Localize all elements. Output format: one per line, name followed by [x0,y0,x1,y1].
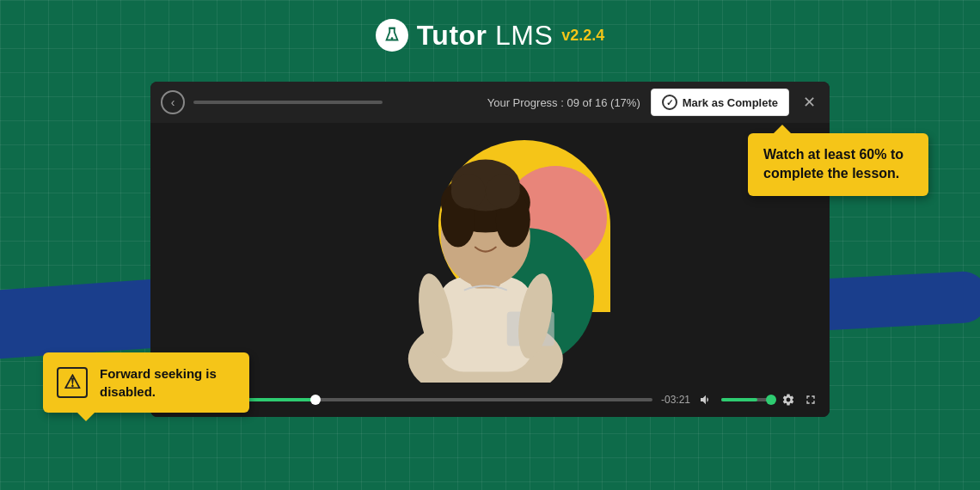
header: Tutor LMS v2.2.4 [0,0,980,52]
logo-icon [376,19,408,52]
svg-point-10 [486,175,520,209]
volume-bar[interactable] [721,398,773,401]
close-button[interactable]: ✕ [799,89,819,115]
check-circle-icon: ✓ [662,95,677,110]
forward-seeking-tooltip: ⚠ Forward seeking is disabled. [43,352,249,413]
watch-percentage-tooltip: Watch at least 60% to complete the lesso… [748,133,928,196]
seek-bar[interactable] [185,398,652,401]
player-controls: ⏸ -03:21 [150,383,830,417]
mark-complete-button[interactable]: ✓ Mark as Complete [651,89,789,116]
volume-knob [766,395,776,405]
volume-button[interactable] [699,393,713,407]
svg-point-9 [451,175,486,209]
logo-version: v2.2.4 [561,27,604,45]
person-illustration [374,123,597,383]
forward-seeking-text: Forward seeking is disabled. [100,364,236,401]
seek-knob [310,395,321,405]
settings-button[interactable] [781,393,795,407]
svg-point-0 [390,37,393,40]
warning-icon: ⚠ [57,367,88,398]
back-button[interactable]: ‹ [161,90,185,114]
fullscreen-button[interactable] [804,393,818,407]
time-remaining: -03:21 [661,394,690,406]
topbar-right: Your Progress : 09 of 16 (17%) ✓ Mark as… [487,89,819,116]
volume-fill [721,398,757,401]
mark-complete-label: Mark as Complete [683,96,778,109]
player-window: ‹ Your Progress : 09 of 16 (17%) ✓ Mark … [150,82,830,417]
player-topbar: ‹ Your Progress : 09 of 16 (17%) ✓ Mark … [150,82,830,123]
watch-percentage-text: Watch at least 60% to complete the lesso… [763,147,903,181]
logo-name: Tutor LMS [417,20,554,52]
topbar-left: ‹ [161,90,383,114]
progress-text: Your Progress : 09 of 16 (17%) [487,96,640,109]
course-progress-bar [193,101,383,104]
player-content [150,123,830,383]
brand-logo: Tutor LMS v2.2.4 [376,19,605,52]
